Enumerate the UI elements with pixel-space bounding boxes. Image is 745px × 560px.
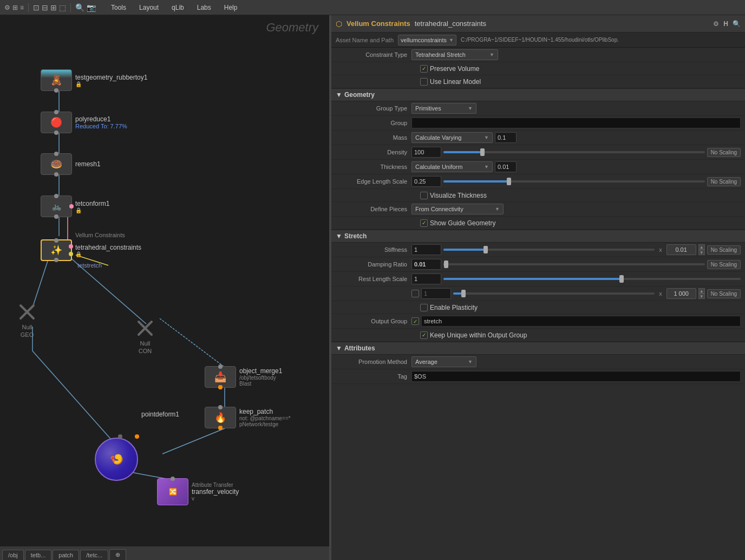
tab-tetb[interactable]: tetb... (25, 550, 52, 560)
node-box-transfervelocity[interactable]: 🔀 (157, 478, 188, 505)
menu-help[interactable]: Help (222, 3, 240, 12)
promotion-dropdown[interactable]: Average ▼ (411, 356, 476, 367)
node-tetconform[interactable]: 🚲 tetconform1 🔒 (41, 196, 109, 217)
node-box-remesh[interactable]: 🍩 (41, 153, 72, 175)
node-box-objectmerge[interactable]: 📥 (205, 366, 236, 388)
compression-arrow-up[interactable]: ▲ (698, 288, 705, 294)
rest-scale-slider[interactable] (443, 278, 741, 280)
damping-no-scaling[interactable]: No Scaling (707, 260, 741, 269)
edge-scale-slider-thumb[interactable] (507, 178, 511, 185)
node-box-vellum[interactable]: ✨ (41, 239, 72, 261)
tag-input[interactable] (411, 371, 741, 382)
visualize-thickness-checkbox[interactable] (420, 192, 428, 199)
plasticity-checkbox[interactable] (420, 304, 428, 311)
thickness-dropdown[interactable]: Calculate Uniform ▼ (411, 161, 493, 172)
compression-slider[interactable] (453, 292, 655, 295)
port-tetconform-right[interactable] (69, 204, 74, 209)
geometry-section-header[interactable]: ▼ Geometry (331, 88, 745, 101)
tab-obj[interactable]: /obj (2, 550, 24, 560)
damping-input[interactable] (411, 259, 441, 270)
rest-scale-slider-thumb[interactable] (619, 275, 624, 283)
compression-no-scaling[interactable]: No Scaling (707, 289, 741, 298)
mass-input[interactable] (495, 132, 517, 143)
density-input[interactable] (411, 147, 441, 158)
port-keeppatch-in[interactable] (218, 405, 223, 409)
keep-unique-checkbox[interactable]: ✓ (420, 331, 428, 339)
node-objectmerge[interactable]: 📥 object_merge1 /obj/tetsoftbody Blast (205, 366, 282, 388)
port-tetconform-in[interactable] (54, 194, 58, 198)
thickness-input[interactable] (495, 161, 517, 172)
compression-arrow-down[interactable]: ▼ (698, 294, 705, 299)
null-geo-node[interactable]: Null GEO (16, 301, 38, 338)
port-remesh-in[interactable] (54, 152, 58, 156)
tab-tetc[interactable]: /tetc... (80, 550, 108, 560)
port-testgeometry-out[interactable] (54, 88, 58, 93)
node-box-keeppatch[interactable]: 🔥 (205, 407, 236, 428)
port-tetconform-out[interactable] (54, 214, 58, 219)
node-box-tetconform[interactable]: 🚲 (41, 196, 72, 217)
search-icon-panel[interactable]: 🔍 (733, 20, 741, 28)
constraint-type-dropdown[interactable]: Tetrahedral Stretch ▼ (411, 49, 498, 60)
density-no-scaling[interactable]: No Scaling (707, 148, 741, 157)
density-slider-thumb[interactable] (480, 148, 485, 156)
edge-scale-input[interactable] (411, 176, 441, 187)
port-polyreduce-in[interactable] (54, 110, 58, 114)
port-transfervelocity-in[interactable] (171, 477, 175, 481)
null-con-node[interactable]: Null CON (134, 317, 156, 354)
gear-icon[interactable]: ⚙ (713, 20, 719, 28)
menu-tools[interactable]: Tools (109, 3, 128, 12)
node-polyreduce[interactable]: 🔴 polyreduce1 Reduced To: 7.77% (41, 112, 127, 133)
rest-scale-input[interactable] (411, 274, 441, 284)
node-graph[interactable]: Geometry 🧸 (0, 15, 329, 560)
port-vellum-right-yellow[interactable] (69, 252, 73, 256)
stiffness-slider[interactable] (443, 249, 655, 251)
H-icon[interactable]: H (723, 20, 728, 28)
port-vellum-in-top[interactable] (54, 238, 58, 243)
compression-slider-thumb[interactable] (461, 290, 466, 297)
stiffness-number-box[interactable]: 0.01 (666, 244, 696, 255)
group-type-dropdown[interactable]: Primitives ▼ (411, 103, 476, 114)
node-vellum[interactable]: Vellum Constraints ✨ tetrahedral_constra… (41, 232, 141, 269)
menu-layout[interactable]: Layout (137, 3, 161, 12)
compression-checkbox[interactable] (411, 290, 419, 297)
asset-name-dropdown[interactable]: vellumconstraints ▼ (398, 35, 456, 45)
port-remesh-out[interactable] (54, 172, 58, 177)
node-box-polyreduce[interactable]: 🔴 (41, 112, 72, 133)
tab-patch[interactable]: patch (53, 550, 79, 560)
node-box-testgeometry[interactable]: 🧸 (41, 69, 72, 91)
tab-add[interactable]: ⊕ (109, 549, 126, 560)
stiffness-no-scaling[interactable]: No Scaling (707, 245, 741, 255)
stiffness-input[interactable] (411, 244, 441, 255)
stretch-section-header[interactable]: ▼ Stretch (331, 230, 745, 243)
compression-input[interactable] (421, 288, 451, 299)
node-box-pointdeform[interactable]: 🍤 (95, 438, 138, 481)
use-linear-checkbox[interactable] (420, 78, 428, 86)
compression-number-box[interactable]: 1 000 (666, 288, 696, 299)
stiffness-arrow-up[interactable]: ▲ (698, 244, 705, 250)
menu-qlib[interactable]: qLib (169, 3, 186, 12)
edge-scale-no-scaling[interactable]: No Scaling (707, 177, 741, 186)
group-input[interactable] (411, 118, 741, 128)
node-transfervelocity[interactable]: 🔀 Attribute Transfer transfer_velocity v (157, 478, 239, 505)
port-vellum-right-pink[interactable] (69, 244, 73, 249)
damping-slider[interactable] (443, 263, 705, 265)
menu-labs[interactable]: Labs (195, 3, 213, 12)
port-vellum-out-bottom[interactable] (54, 258, 58, 262)
mass-dropdown[interactable]: Calculate Varying ▼ (411, 132, 493, 143)
preserve-volume-checkbox[interactable]: ✓ (420, 65, 428, 73)
stiffness-slider-thumb[interactable] (483, 246, 488, 253)
port-polyreduce-out[interactable] (54, 131, 58, 135)
output-group-input[interactable] (421, 316, 741, 327)
output-group-checkbox[interactable]: ✓ (411, 317, 419, 325)
density-slider[interactable] (443, 151, 705, 153)
node-keeppatch[interactable]: 🔥 keep_patch not: @patchname==* pNetwork… (205, 407, 291, 428)
show-guide-checkbox[interactable]: ✓ (420, 219, 428, 227)
port-objectmerge-in[interactable] (218, 364, 223, 369)
define-pieces-dropdown[interactable]: From Connectivity ▼ (411, 204, 504, 214)
node-testgeometry[interactable]: 🧸 testgeometry_rubbertoy1 🔒 (41, 69, 147, 91)
stiffness-arrow-down[interactable]: ▼ (698, 250, 705, 255)
attributes-section-header[interactable]: ▼ Attributes (331, 342, 745, 355)
node-remesh[interactable]: 🍩 remesh1 (41, 153, 101, 175)
damping-slider-thumb[interactable] (444, 261, 448, 268)
edge-scale-slider[interactable] (443, 180, 705, 183)
